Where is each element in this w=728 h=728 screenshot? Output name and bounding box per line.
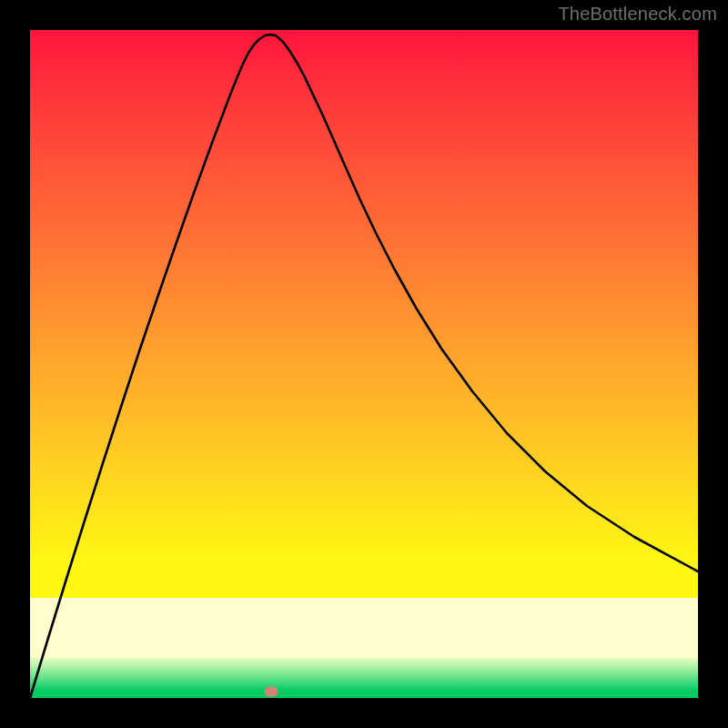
- optimum-marker: [265, 687, 278, 697]
- bottleneck-curve: [30, 30, 698, 698]
- plot-area: [30, 30, 698, 698]
- watermark-text: TheBottleneck.com: [558, 4, 717, 25]
- chart-frame: TheBottleneck.com: [0, 0, 728, 728]
